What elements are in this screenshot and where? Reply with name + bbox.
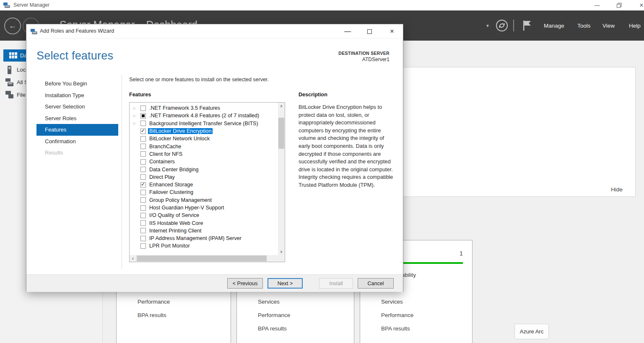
menu-view[interactable]: View [602,10,615,41]
server-manager-window: Server Manager — × ← → Server Manager›Da… [0,0,644,343]
wizard-nav-divider [122,75,122,269]
azure-arc-button[interactable]: Azure Arc [514,324,549,339]
wizard-nav-before-you-begin[interactable]: Before You Begin [36,78,118,90]
feature-checkbox[interactable] [140,220,146,226]
menu-help[interactable]: Help [629,10,641,41]
scroll-left-button[interactable]: ‹ [130,255,136,262]
tile-row-bpa-results[interactable]: BPA results [258,322,293,335]
feature-checkbox[interactable] [140,159,146,165]
feature-row-host-guardian-hyper-v-support[interactable]: Host Guardian Hyper-V Support [130,204,277,211]
feature-row-failover-clustering[interactable]: Failover Clustering [130,188,277,196]
vertical-scrollbar[interactable]: ∧ ∨ [278,103,285,255]
feature-checkbox[interactable] [140,228,146,233]
feature-label: Failover Clustering [149,189,193,195]
notifications-caret-icon[interactable]: ▾ [484,10,491,41]
next-button[interactable]: Next > [267,278,303,289]
feature-row-data-center-bridging[interactable]: Data Center Bridging [130,165,277,173]
feature-row-containers[interactable]: Containers [130,158,277,165]
tile-row-performance[interactable]: Performance [381,308,416,322]
checkmark-icon: ✓ [141,128,145,134]
tile-row-services[interactable]: Services [258,295,293,308]
feature-checkbox[interactable] [140,121,146,126]
scroll-down-button[interactable]: ∨ [278,248,285,255]
feature-row-branchcache[interactable]: BranchCache [130,142,277,150]
tile-row-bpa-results[interactable]: BPA results [381,322,416,335]
tile-row-performance[interactable]: Performance [138,295,172,308]
feature-checkbox[interactable] [140,236,146,241]
feature-checkbox[interactable]: ✓ [140,129,146,134]
feature-row-bitlocker-network-unlock[interactable]: BitLocker Network Unlock [130,135,277,142]
feature-checkbox[interactable] [140,144,146,149]
feature-row-i-o-quality-of-service[interactable]: I/O Quality of Service [130,211,277,219]
feature-checkbox[interactable] [140,113,146,119]
tile-row-services[interactable]: Services [381,295,416,308]
feature-checkbox[interactable]: ✓ [140,182,146,188]
vertical-scrollbar-thumb[interactable] [278,118,284,149]
feature-row-background-intelligent-transfer-service-[interactable]: ▷Background Intelligent Transfer Service… [130,120,277,127]
window-restore-button[interactable] [612,0,626,10]
wizard-minimize-button[interactable]: — [341,26,354,37]
feature-label: Enhanced Storage [149,182,193,188]
menu-manage[interactable]: Manage [544,10,564,41]
maximize-icon [367,29,372,34]
window-close-button[interactable]: × [634,0,644,10]
feature-checkbox[interactable] [140,190,146,195]
wizard-nav-installation-type[interactable]: Installation Type [36,90,118,101]
cancel-button[interactable]: Cancel [358,278,394,289]
feature-checkbox[interactable] [140,197,146,203]
feature-checkbox[interactable] [140,174,146,180]
feature-row-direct-play[interactable]: Direct Play [130,173,277,181]
file-storage-icon [5,91,14,99]
expander-icon[interactable]: ▷ [132,121,137,125]
feature-checkbox[interactable] [140,151,146,157]
refresh-icon[interactable] [495,10,509,41]
feature-checkbox[interactable] [140,136,146,142]
previous-button[interactable]: < Previous [227,278,263,289]
expander-icon[interactable]: ▷ [132,114,137,118]
expander-icon[interactable]: ▷ [132,106,137,110]
wizard-step-nav: Before You BeginInstallation TypeServer … [36,78,118,159]
wizard-nav-server-roles[interactable]: Server Roles [36,113,118,124]
wizard-app-icon [31,28,38,37]
wizard-close-button[interactable]: × [386,26,398,37]
feature-row-bitlocker-drive-encryption[interactable]: ✓BitLocker Drive Encryption [130,127,277,135]
flag-icon[interactable] [520,10,534,41]
install-button[interactable]: Install [319,278,353,289]
feature-row-client-for-nfs[interactable]: Client for NFS [130,150,277,158]
feature-checkbox[interactable] [140,205,146,211]
features-listbox: ▷.NET Framework 3.5 Features▷.NET Framew… [129,102,285,262]
tile-row-performance[interactable]: Performance [258,308,293,322]
feature-row--net-framework-4-8-features-2-of-7-insta[interactable]: ▷.NET Framework 4.8 Features (2 of 7 ins… [130,112,277,119]
wizard-maximize-button[interactable] [363,26,376,37]
feature-checkbox[interactable] [140,243,146,249]
feature-row-group-policy-management[interactable]: Group Policy Management [130,196,277,204]
wizard-nav-server-selection[interactable]: Server Selection [36,101,118,113]
feature-row--net-framework-3-5-features[interactable]: ▷.NET Framework 3.5 Features [130,104,277,112]
horizontal-scrollbar-thumb[interactable] [137,255,267,261]
feature-checkbox[interactable] [140,106,146,111]
wizard-nav-confirmation[interactable]: Confirmation [36,136,118,147]
feature-row-enhanced-storage[interactable]: ✓Enhanced Storage [130,181,277,188]
hide-button[interactable]: Hide [611,186,623,193]
add-roles-features-wizard-dialog: Add Roles and Features Wizard — × Select… [26,24,403,292]
back-arrow-icon: ← [9,21,17,31]
destination-server-label: DESTINATION SERVER [338,51,390,56]
wizard-nav-results[interactable]: Results [36,147,118,159]
feature-row-iis-hostable-web-core[interactable]: IIS Hostable Web Core [130,219,277,227]
feature-checkbox[interactable] [140,213,146,218]
window-minimize-button[interactable]: — [590,0,604,10]
back-button[interactable]: ← [4,18,21,34]
window-title: Server Manager [13,2,49,8]
horizontal-scrollbar[interactable]: ‹ › [130,255,285,262]
wizard-page-heading: Select features [36,49,113,62]
menu-tools[interactable]: Tools [577,10,591,41]
wizard-nav-features[interactable]: Features [36,124,118,136]
feature-row-ip-address-management-ipam-server[interactable]: IP Address Management (IPAM) Server [130,235,277,242]
description-label: Description [299,92,327,98]
local-server-icon [5,66,14,74]
tile-row-bpa-results[interactable]: BPA results [138,308,172,322]
feature-row-internet-printing-client[interactable]: Internet Printing Client [130,227,277,235]
feature-checkbox[interactable] [140,167,146,172]
feature-row-lpr-port-monitor[interactable]: LPR Port Monitor [130,242,277,250]
scroll-up-button[interactable]: ∧ [278,103,285,109]
